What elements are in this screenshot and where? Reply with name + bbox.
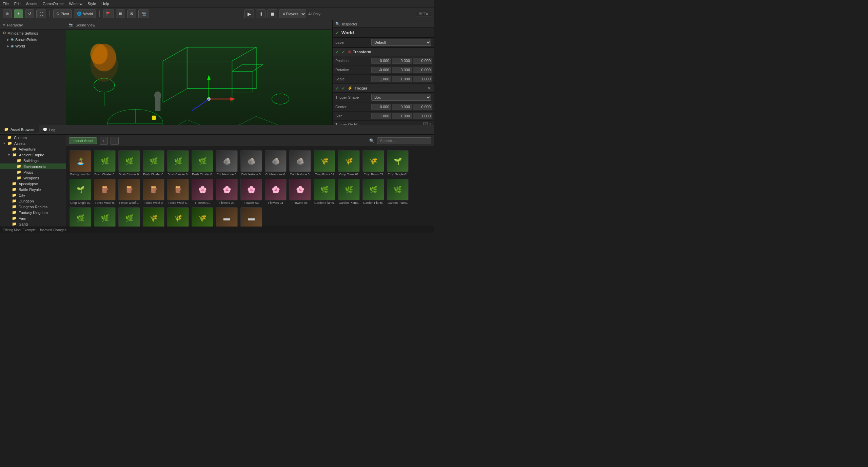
asset-item[interactable]: 🌾Grass 02 xyxy=(166,207,190,227)
scale-x[interactable] xyxy=(371,76,391,82)
asset-item[interactable]: 🌿Bush Cluster 0. xyxy=(191,150,214,177)
asset-item[interactable]: 🪵Fence Woof 0. xyxy=(93,178,116,205)
tree-item[interactable]: 📁Buildings xyxy=(0,158,66,163)
asset-item[interactable]: 🪨Cobblestone 0. xyxy=(240,150,263,177)
trigger-close-button[interactable]: ✕ xyxy=(427,85,431,91)
asset-item[interactable]: 🌸Flowers 01 xyxy=(191,178,214,205)
add-active-button[interactable]: ✦ xyxy=(14,9,23,18)
add-object-button[interactable]: ⊕ xyxy=(3,9,12,18)
asset-item[interactable]: 🌿Garden Plants. xyxy=(313,178,336,205)
tree-item[interactable]: ▼📁Assets xyxy=(0,140,66,146)
pivot-button[interactable]: ⊙ Pivot xyxy=(53,9,72,18)
zoom-in-button[interactable]: + xyxy=(100,137,108,145)
players-select[interactable]: 4 Players xyxy=(279,9,306,18)
tree-item[interactable]: 📁Apocalypse xyxy=(0,181,66,187)
center-x[interactable] xyxy=(371,104,391,110)
stop-button[interactable]: ⏹ xyxy=(268,9,277,18)
tree-item[interactable]: 📁Dungeon Realms xyxy=(0,204,66,210)
tree-item[interactable]: 📁Adventure xyxy=(0,146,66,152)
asset-item[interactable]: 🌱Crop Single 02 xyxy=(69,178,92,205)
search-input[interactable] xyxy=(377,137,431,144)
menu-help[interactable]: Help xyxy=(101,2,109,6)
menu-assets[interactable]: Assets xyxy=(26,2,37,6)
trigger-shape-select[interactable]: Box xyxy=(371,94,431,101)
asset-browser-tab[interactable]: 📁 Asset Browser xyxy=(0,125,39,134)
size-x[interactable] xyxy=(371,113,391,119)
asset-item[interactable]: 🌿Garden Plants. xyxy=(69,207,92,227)
tree-item[interactable]: 📁City xyxy=(0,192,66,198)
tree-item[interactable]: 📁Fantasy Kingdom xyxy=(0,210,66,215)
log-tab[interactable]: 💬 Log xyxy=(39,125,59,134)
asset-item[interactable]: 🪨Cobblestone 0. xyxy=(215,150,238,177)
asset-item[interactable]: 🌿Bush Cluster 0. xyxy=(166,150,190,177)
rotation-x[interactable] xyxy=(371,67,391,73)
menu-edit[interactable]: Edit xyxy=(14,2,21,6)
box-button[interactable]: ⊠ xyxy=(127,9,136,18)
tree-item[interactable]: 📁Battle Royale xyxy=(0,187,66,192)
asset-item[interactable]: 🌿Bush Cluster 0. xyxy=(118,150,141,177)
menu-window[interactable]: Window xyxy=(69,2,82,6)
fullscreen-button[interactable]: ⛶ xyxy=(36,9,46,18)
asset-item[interactable]: 🌿Bush Cluster 0. xyxy=(142,150,165,177)
import-asset-button[interactable]: Import Asset xyxy=(69,137,97,144)
tree-item[interactable]: 📁Farm xyxy=(0,215,66,221)
asset-item[interactable]: 🌸Flowers 03 xyxy=(240,178,263,205)
pause-button[interactable]: ⏸ xyxy=(256,9,265,18)
asset-item[interactable]: 🌸Flowers 04 xyxy=(264,178,287,205)
asset-item[interactable]: 🌿Garden Plants. xyxy=(93,207,116,227)
play-button[interactable]: ▶ xyxy=(244,9,254,18)
flag-button[interactable]: 🚩 xyxy=(103,9,114,18)
position-x[interactable] xyxy=(371,58,391,64)
asset-item[interactable]: 🌿Bush Cluster 0. xyxy=(93,150,116,177)
tree-item[interactable]: 📁Custom xyxy=(0,135,66,140)
asset-item[interactable]: 🌾Grass 03 xyxy=(191,207,214,227)
tree-item[interactable]: 📁Dungeon xyxy=(0,198,66,204)
asset-item[interactable]: 🌸Flowers 05 xyxy=(289,178,312,205)
size-z[interactable] xyxy=(413,113,432,119)
asset-item[interactable]: 🌱Crop Single 01 xyxy=(386,150,409,177)
scale-y[interactable] xyxy=(392,76,412,82)
asset-item[interactable]: 🌿Garden Plants. xyxy=(362,178,385,205)
grid-button[interactable]: ⊞ xyxy=(116,9,125,18)
asset-item[interactable]: 🌸Flowers 02 xyxy=(215,178,238,205)
scene-view[interactable] xyxy=(66,30,332,125)
asset-item[interactable]: 🌾Grass 01 xyxy=(142,207,165,227)
menu-style[interactable]: Style xyxy=(88,2,96,6)
scale-z[interactable] xyxy=(413,76,432,82)
trigger-on-hit-checkbox[interactable] xyxy=(423,122,428,125)
asset-item[interactable]: 🌾Crop Rows 03 xyxy=(362,150,385,177)
asset-item[interactable]: ▬Ground Row 0. xyxy=(215,207,238,227)
menu-file[interactable]: File xyxy=(3,2,9,6)
asset-item[interactable]: 🪵Fence Woof 0. xyxy=(118,178,141,205)
asset-item[interactable]: 🌾Crop Rows 01 xyxy=(313,150,336,177)
asset-item[interactable]: 🪵Fence Woof G. xyxy=(166,178,190,205)
position-y[interactable] xyxy=(392,58,412,64)
asset-item[interactable]: 🌿Garden Plants. xyxy=(337,178,360,205)
center-z[interactable] xyxy=(413,104,432,110)
tree-item[interactable]: 📁Weapons xyxy=(0,175,66,181)
tree-item[interactable]: ▼📁Ancient Empire xyxy=(0,152,66,158)
asset-item[interactable]: ▬Ground Row 0. xyxy=(240,207,263,227)
camera-button[interactable]: 📷 xyxy=(138,9,149,18)
hierarchy-item-spawnpoints[interactable]: ▶ ◉ SpawnPoints xyxy=(0,36,66,43)
menu-gameobject[interactable]: GameObject xyxy=(43,2,64,6)
asset-item[interactable]: 🌾Crop Rows 02 xyxy=(337,150,360,177)
asset-item[interactable]: 🌿Garden Plants. xyxy=(386,178,409,205)
hierarchy-item-world[interactable]: ▶ ◉ World xyxy=(0,43,66,49)
zoom-out-button[interactable]: − xyxy=(111,137,119,145)
rotation-y[interactable] xyxy=(392,67,412,73)
undo-button[interactable]: ↺ xyxy=(25,9,34,18)
asset-item[interactable]: 🪨Cobblestone 0. xyxy=(264,150,287,177)
center-y[interactable] xyxy=(392,104,412,110)
asset-item[interactable]: 🏝️Background Is. xyxy=(69,150,92,177)
rotation-z[interactable] xyxy=(413,67,432,73)
size-y[interactable] xyxy=(392,113,412,119)
asset-item[interactable]: 🌿Garden Plants. xyxy=(118,207,141,227)
world-button[interactable]: 🌐 World xyxy=(74,9,96,18)
tree-item[interactable]: 📁Environments xyxy=(0,163,66,169)
tree-item[interactable]: 📁Gang xyxy=(0,221,66,227)
hierarchy-item-minigame[interactable]: ⚙ Minigame Settings xyxy=(0,30,66,36)
asset-item[interactable]: 🪨Cobblestone 0. xyxy=(289,150,312,177)
asset-item[interactable]: 🪵Fence Woof 0. xyxy=(142,178,165,205)
inspector-layer-select[interactable]: Default xyxy=(371,39,431,46)
